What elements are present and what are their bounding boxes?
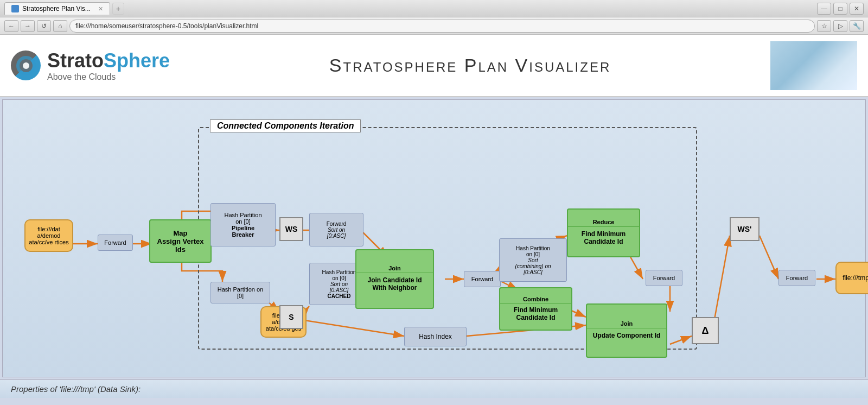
tools-button[interactable]: 🔧 — [850, 20, 864, 32]
node-source1[interactable]: file:///dat a/demod ata/cc/ve rtices — [24, 219, 73, 252]
tab-favicon — [11, 5, 19, 12]
node-forward2[interactable]: Forward Sort on [0:ASC] — [309, 213, 363, 246]
header-decoration — [770, 41, 857, 90]
node-delta[interactable]: Δ — [692, 317, 719, 344]
node-ws[interactable]: WS — [279, 217, 303, 241]
tab-close-button[interactable]: ✕ — [98, 5, 103, 12]
logo-subtitle: Above the Clouds — [47, 72, 170, 82]
properties-text: Properties of 'file:///tmp' (Data Sink): — [11, 384, 141, 394]
reduce-text: Find Minimum Candidate Id — [568, 227, 639, 249]
reload-button[interactable]: ↺ — [37, 20, 51, 32]
url-text: file:///home/someuser/stratosphere-0.5/t… — [75, 22, 258, 30]
node-s[interactable]: S — [279, 305, 303, 329]
address-bar[interactable]: file:///home/someuser/stratosphere-0.5/t… — [69, 20, 815, 33]
node-forward4[interactable]: Forward — [646, 270, 682, 286]
home-button[interactable]: ⌂ — [53, 20, 67, 32]
browser-titlebar: Stratosphere Plan Vis... ✕ + — □ ✕ — [0, 0, 868, 17]
main-canvas: Connected Components Iteration file:///d… — [2, 99, 866, 377]
node-hash2[interactable]: Hash Partition on [0] — [210, 282, 270, 303]
join2-text: Update Component Id — [590, 328, 664, 343]
combine-label: Combine — [500, 295, 571, 304]
logo-sphere: Sphere — [104, 49, 170, 72]
logo-name: StratoSphere — [47, 49, 170, 72]
node-join2[interactable]: Join Update Component Id — [586, 303, 667, 358]
iteration-label: Connected Components Iteration — [210, 119, 361, 132]
logo-area: StratoSphere Above the Clouds — [11, 49, 170, 82]
node-combine[interactable]: Combine Find Minimum Candidate Id — [499, 287, 572, 331]
page-title: Stratosphere Plan Visualizer — [329, 55, 611, 76]
reduce-label: Reduce — [568, 218, 639, 227]
forward-button[interactable]: → — [21, 20, 35, 32]
combine-text: Find Minimum Candidate Id — [500, 304, 571, 324]
join1-label: Join — [356, 264, 433, 273]
join1-text: Join Candidate Id With Neighbor — [356, 273, 433, 295]
node-hash-index[interactable]: Hash Index — [404, 327, 467, 346]
logo-icon — [11, 50, 41, 80]
node-ws-prime[interactable]: WS' — [730, 217, 760, 241]
node-join1[interactable]: Join Join Candidate Id With Neighbor — [355, 249, 434, 309]
node-forward1[interactable]: Forward — [98, 235, 133, 251]
node-forward3[interactable]: Forward — [464, 271, 501, 287]
browser-navbar: ← → ↺ ⌂ file:///home/someuser/stratosphe… — [0, 17, 868, 35]
flow-diagram: Connected Components Iteration file:///d… — [14, 111, 854, 366]
page-header: StratoSphere Above the Clouds Stratosphe… — [0, 35, 868, 97]
new-tab-button[interactable]: + — [112, 3, 124, 15]
properties-bar: Properties of 'file:///tmp' (Data Sink): — [0, 379, 868, 398]
svg-point-2 — [23, 62, 29, 69]
logo-strato: Strato — [47, 49, 104, 72]
node-map[interactable]: Map Assign Vertex Ids — [149, 219, 212, 263]
browser-tab[interactable]: Stratosphere Plan Vis... ✕ — [4, 2, 110, 15]
close-window-button[interactable]: ✕ — [850, 3, 864, 15]
page-title-area: Stratosphere Plan Visualizer — [170, 55, 770, 76]
maximize-button[interactable]: □ — [833, 3, 847, 15]
node-reduce[interactable]: Reduce Find Minimum Candidate Id — [567, 208, 640, 257]
node-hash-pipeline-breaker[interactable]: Hash Partition on [0] Pipeline Breaker — [210, 203, 276, 246]
node-sink[interactable]: file:///tmp — [835, 262, 868, 294]
tab-title: Stratosphere Plan Vis... — [22, 5, 91, 12]
back-button[interactable]: ← — [4, 20, 18, 32]
join2-label: Join — [587, 319, 666, 328]
bookmark-button[interactable]: ☆ — [817, 20, 831, 32]
minimize-button[interactable]: — — [817, 3, 831, 15]
logo-text-area: StratoSphere Above the Clouds — [47, 49, 170, 82]
menu-button[interactable]: ▷ — [833, 20, 847, 32]
svg-line-23 — [760, 236, 778, 279]
svg-line-22 — [713, 236, 730, 325]
node-forward5[interactable]: Forward — [778, 270, 815, 286]
node-hash4-combining[interactable]: Hash Partition on [0] Sort (combining) o… — [499, 238, 567, 282]
